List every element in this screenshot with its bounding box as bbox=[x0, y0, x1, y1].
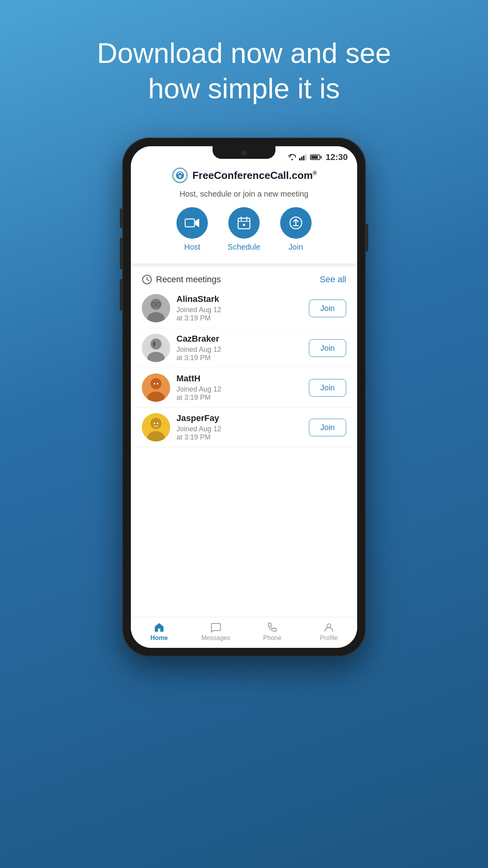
avatar-matt-icon bbox=[142, 373, 170, 402]
host-button-col: Host bbox=[176, 207, 208, 252]
nav-messages[interactable]: Messages bbox=[187, 622, 244, 642]
nav-phone-label: Phone bbox=[263, 634, 281, 642]
volume-down-button bbox=[120, 279, 122, 311]
action-buttons: Host bbox=[176, 207, 311, 252]
phone-icon bbox=[267, 622, 278, 633]
join-meeting-3-button[interactable]: Join bbox=[309, 379, 346, 397]
svg-point-15 bbox=[243, 224, 245, 226]
avatar-alina-icon bbox=[142, 294, 170, 322]
nav-profile-label: Profile bbox=[320, 634, 338, 642]
nav-phone[interactable]: Phone bbox=[244, 622, 301, 642]
svg-rect-0 bbox=[299, 158, 301, 160]
svg-point-36 bbox=[157, 383, 158, 384]
nav-messages-label: Messages bbox=[202, 634, 230, 642]
nav-home-label: Home bbox=[150, 634, 168, 642]
schedule-button[interactable] bbox=[228, 207, 260, 239]
meeting-time-3: Joined Aug 12 at 3:19 PM bbox=[176, 385, 309, 402]
svg-point-41 bbox=[157, 423, 158, 424]
svg-rect-7 bbox=[178, 175, 182, 177]
meeting-info-3: MattH Joined Aug 12 at 3:19 PM bbox=[176, 373, 309, 402]
meeting-name-4: JasperFay bbox=[176, 413, 309, 423]
recent-title-row: Recent meetings bbox=[142, 274, 221, 285]
app-logo-row: FreeConferenceCall.com® bbox=[171, 167, 317, 184]
video-icon bbox=[185, 217, 200, 228]
app-name: FreeConferenceCall.com® bbox=[193, 169, 317, 182]
app-logo-icon bbox=[171, 167, 189, 184]
join-button[interactable] bbox=[280, 207, 312, 239]
upload-icon bbox=[289, 216, 303, 230]
svg-point-33 bbox=[150, 378, 161, 389]
meeting-item-1[interactable]: AlinaStark Joined Aug 12 at 3:19 PM Join bbox=[131, 289, 357, 328]
meeting-info-4: JasperFay Joined Aug 12 at 3:19 PM bbox=[176, 413, 309, 441]
messages-icon bbox=[210, 622, 221, 633]
meeting-item-2[interactable]: CazBraker Joined Aug 12 at 3:19 PM Join bbox=[131, 328, 357, 368]
recent-header: Recent meetings See all bbox=[131, 267, 357, 289]
camera-dot bbox=[241, 150, 247, 156]
svg-marker-10 bbox=[195, 219, 199, 227]
schedule-button-col: Schedule bbox=[227, 207, 260, 252]
host-label: Host bbox=[184, 243, 200, 252]
registered-mark: ® bbox=[313, 170, 317, 176]
section-divider bbox=[131, 263, 357, 267]
svg-rect-11 bbox=[238, 218, 250, 229]
svg-point-38 bbox=[150, 418, 161, 429]
profile-icon bbox=[323, 622, 334, 633]
mute-button bbox=[120, 208, 122, 228]
svg-rect-31 bbox=[153, 342, 155, 346]
avatar-caz bbox=[142, 334, 170, 362]
join-label: Join bbox=[288, 243, 303, 252]
headline: Download now and see how simple it is bbox=[66, 35, 423, 106]
see-all-button[interactable]: See all bbox=[320, 274, 346, 285]
nav-profile[interactable]: Profile bbox=[301, 622, 357, 642]
svg-point-35 bbox=[154, 383, 155, 384]
svg-rect-3 bbox=[305, 154, 306, 160]
avatar-caz-icon bbox=[142, 334, 170, 362]
calendar-icon bbox=[237, 216, 251, 230]
power-button bbox=[366, 224, 368, 252]
phone-screen: 12:30 bbox=[131, 146, 357, 648]
schedule-label: Schedule bbox=[227, 243, 260, 252]
headline-line1: Download now and see bbox=[97, 35, 391, 71]
meeting-item-4[interactable]: JasperFay Joined Aug 12 at 3:19 PM Join bbox=[131, 408, 357, 447]
status-time: 12:30 bbox=[326, 152, 348, 162]
join-meeting-4-button[interactable]: Join bbox=[309, 419, 346, 436]
avatar-matt bbox=[142, 373, 170, 402]
recent-title: Recent meetings bbox=[156, 274, 221, 285]
meeting-time-4: Joined Aug 12 at 3:19 PM bbox=[176, 425, 309, 441]
join-meeting-1-button[interactable]: Join bbox=[309, 300, 346, 317]
meeting-name-2: CazBraker bbox=[176, 334, 309, 344]
host-button[interactable] bbox=[176, 207, 208, 239]
svg-rect-9 bbox=[185, 219, 194, 227]
phone-outer: 12:30 bbox=[122, 138, 366, 657]
meeting-time-2: Joined Aug 12 at 3:19 PM bbox=[176, 346, 309, 362]
notch bbox=[213, 146, 275, 159]
nav-home[interactable]: Home bbox=[131, 622, 187, 642]
meeting-time-1: Joined Aug 12 at 3:19 PM bbox=[176, 306, 309, 322]
svg-rect-2 bbox=[303, 156, 305, 160]
recent-section: Recent meetings See all bbox=[131, 267, 357, 617]
volume-up-button bbox=[120, 238, 122, 269]
meeting-name-1: AlinaStark bbox=[176, 294, 309, 304]
headline-line2: how simple it is bbox=[97, 71, 391, 106]
join-meeting-2-button[interactable]: Join bbox=[309, 339, 346, 357]
avatar-alina bbox=[142, 294, 170, 322]
join-button-col: Join bbox=[280, 207, 312, 252]
svg-point-40 bbox=[154, 423, 155, 424]
battery-icon bbox=[310, 154, 320, 160]
clock-icon bbox=[142, 274, 152, 285]
svg-rect-1 bbox=[301, 157, 303, 160]
phone-wrapper: 12:30 bbox=[122, 138, 366, 657]
avatar-jasper-icon bbox=[142, 413, 170, 441]
meeting-name-3: MattH bbox=[176, 373, 309, 384]
home-icon bbox=[154, 622, 165, 633]
app-name-text: FreeConferenceCall.com bbox=[193, 169, 313, 181]
status-icons: 12:30 bbox=[287, 152, 348, 162]
signal-icon bbox=[299, 154, 307, 160]
meeting-info-1: AlinaStark Joined Aug 12 at 3:19 PM bbox=[176, 294, 309, 322]
meeting-item-3[interactable]: MattH Joined Aug 12 at 3:19 PM Join bbox=[131, 368, 357, 408]
app-subtitle: Host, schedule or join a new meeting bbox=[180, 189, 308, 199]
svg-rect-8 bbox=[179, 177, 181, 178]
wifi-icon bbox=[287, 154, 296, 160]
bottom-nav: Home Messages Phone bbox=[131, 617, 357, 648]
meeting-info-2: CazBraker Joined Aug 12 at 3:19 PM bbox=[176, 334, 309, 362]
